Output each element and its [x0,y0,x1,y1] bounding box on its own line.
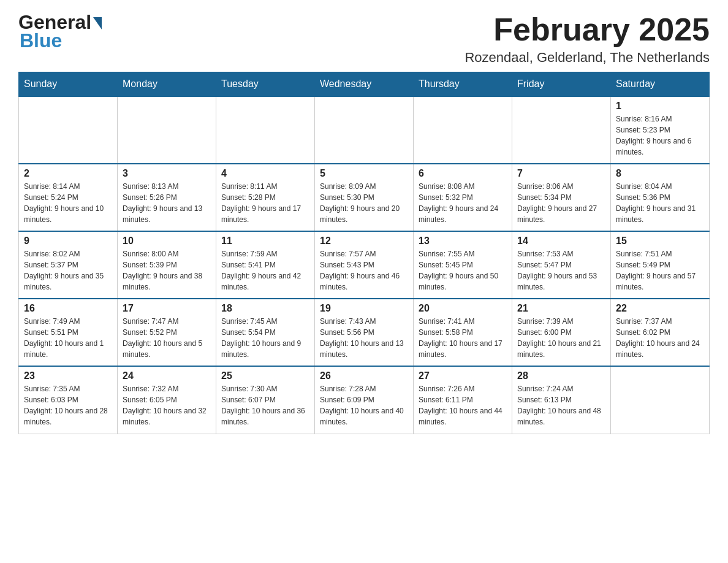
table-row: 25Sunrise: 7:30 AM Sunset: 6:07 PM Dayli… [216,366,315,434]
table-row: 16Sunrise: 7:49 AM Sunset: 5:51 PM Dayli… [19,299,118,366]
table-row: 14Sunrise: 7:53 AM Sunset: 5:47 PM Dayli… [512,231,611,299]
day-number: 22 [616,303,704,314]
day-number: 14 [517,236,605,247]
day-number: 18 [221,303,309,314]
table-row: 18Sunrise: 7:45 AM Sunset: 5:54 PM Dayli… [216,299,315,366]
table-row: 5Sunrise: 8:09 AM Sunset: 5:30 PM Daylig… [315,164,414,231]
table-row [414,96,512,164]
calendar-week-row: 16Sunrise: 7:49 AM Sunset: 5:51 PM Dayli… [19,299,710,366]
day-info: Sunrise: 7:43 AM Sunset: 5:56 PM Dayligh… [320,316,408,360]
table-row: 13Sunrise: 7:55 AM Sunset: 5:45 PM Dayli… [414,231,512,299]
table-row: 12Sunrise: 7:57 AM Sunset: 5:43 PM Dayli… [315,231,414,299]
table-row [19,96,118,164]
calendar-week-row: 9Sunrise: 8:02 AM Sunset: 5:37 PM Daylig… [19,231,710,299]
table-row: 3Sunrise: 8:13 AM Sunset: 5:26 PM Daylig… [118,164,216,231]
day-number: 26 [320,370,408,381]
day-number: 11 [221,236,309,247]
page-header: General Blue February 2025 Rozendaal, Ge… [18,12,710,66]
header-friday: Friday [512,72,611,97]
day-info: Sunrise: 8:11 AM Sunset: 5:28 PM Dayligh… [221,181,309,225]
table-row: 10Sunrise: 8:00 AM Sunset: 5:39 PM Dayli… [118,231,216,299]
header-thursday: Thursday [414,72,512,97]
day-info: Sunrise: 7:49 AM Sunset: 5:51 PM Dayligh… [24,316,112,360]
day-number: 12 [320,236,408,247]
day-number: 3 [123,168,211,179]
day-info: Sunrise: 8:16 AM Sunset: 5:23 PM Dayligh… [616,113,704,158]
table-row: 21Sunrise: 7:39 AM Sunset: 6:00 PM Dayli… [512,299,611,366]
day-info: Sunrise: 7:28 AM Sunset: 6:09 PM Dayligh… [320,383,408,427]
table-row: 2Sunrise: 8:14 AM Sunset: 5:24 PM Daylig… [19,164,118,231]
day-number: 5 [320,168,408,179]
month-title: February 2025 [464,12,710,47]
table-row: 19Sunrise: 7:43 AM Sunset: 5:56 PM Dayli… [315,299,414,366]
day-info: Sunrise: 7:37 AM Sunset: 6:02 PM Dayligh… [616,316,704,360]
day-number: 15 [616,236,704,247]
table-row: 15Sunrise: 7:51 AM Sunset: 5:49 PM Dayli… [611,231,710,299]
table-row: 6Sunrise: 8:08 AM Sunset: 5:32 PM Daylig… [414,164,512,231]
logo-blue-text: Blue [20,29,62,52]
day-number: 16 [24,303,112,314]
day-number: 9 [24,236,112,247]
day-number: 6 [419,168,507,179]
day-number: 13 [419,236,507,247]
day-number: 1 [616,101,704,112]
day-info: Sunrise: 7:26 AM Sunset: 6:11 PM Dayligh… [419,383,507,427]
calendar-week-row: 2Sunrise: 8:14 AM Sunset: 5:24 PM Daylig… [19,164,710,231]
header-wednesday: Wednesday [315,72,414,97]
table-row: 22Sunrise: 7:37 AM Sunset: 6:02 PM Dayli… [611,299,710,366]
day-info: Sunrise: 7:45 AM Sunset: 5:54 PM Dayligh… [221,316,309,360]
logo: General Blue [18,12,102,52]
day-info: Sunrise: 8:06 AM Sunset: 5:34 PM Dayligh… [517,181,605,225]
day-info: Sunrise: 7:53 AM Sunset: 5:47 PM Dayligh… [517,248,605,293]
day-info: Sunrise: 7:41 AM Sunset: 5:58 PM Dayligh… [419,316,507,360]
calendar-week-row: 1Sunrise: 8:16 AM Sunset: 5:23 PM Daylig… [19,96,710,164]
day-number: 10 [123,236,211,247]
day-number: 20 [419,303,507,314]
table-row [216,96,315,164]
day-info: Sunrise: 7:24 AM Sunset: 6:13 PM Dayligh… [517,383,605,427]
table-row: 27Sunrise: 7:26 AM Sunset: 6:11 PM Dayli… [414,366,512,434]
title-area: February 2025 Rozendaal, Gelderland, The… [464,12,710,66]
day-info: Sunrise: 7:47 AM Sunset: 5:52 PM Dayligh… [123,316,211,360]
table-row: 28Sunrise: 7:24 AM Sunset: 6:13 PM Dayli… [512,366,611,434]
header-saturday: Saturday [611,72,710,97]
day-number: 27 [419,370,507,381]
day-info: Sunrise: 7:59 AM Sunset: 5:41 PM Dayligh… [221,248,309,293]
day-info: Sunrise: 7:35 AM Sunset: 6:03 PM Dayligh… [24,383,112,427]
table-row: 11Sunrise: 7:59 AM Sunset: 5:41 PM Dayli… [216,231,315,299]
day-info: Sunrise: 7:57 AM Sunset: 5:43 PM Dayligh… [320,248,408,293]
table-row [512,96,611,164]
day-info: Sunrise: 8:14 AM Sunset: 5:24 PM Dayligh… [24,181,112,225]
day-info: Sunrise: 7:55 AM Sunset: 5:45 PM Dayligh… [419,248,507,293]
table-row [315,96,414,164]
location-subtitle: Rozendaal, Gelderland, The Netherlands [464,50,710,66]
day-info: Sunrise: 7:30 AM Sunset: 6:07 PM Dayligh… [221,383,309,427]
day-number: 25 [221,370,309,381]
day-info: Sunrise: 8:13 AM Sunset: 5:26 PM Dayligh… [123,181,211,225]
header-tuesday: Tuesday [216,72,315,97]
day-number: 2 [24,168,112,179]
day-number: 17 [123,303,211,314]
calendar-week-row: 23Sunrise: 7:35 AM Sunset: 6:03 PM Dayli… [19,366,710,434]
table-row [611,366,710,434]
logo-arrow-icon [93,17,102,29]
day-number: 19 [320,303,408,314]
day-info: Sunrise: 8:02 AM Sunset: 5:37 PM Dayligh… [24,248,112,293]
calendar-table: Sunday Monday Tuesday Wednesday Thursday… [18,72,710,434]
header-monday: Monday [118,72,216,97]
day-info: Sunrise: 7:32 AM Sunset: 6:05 PM Dayligh… [123,383,211,427]
table-row: 20Sunrise: 7:41 AM Sunset: 5:58 PM Dayli… [414,299,512,366]
day-number: 23 [24,370,112,381]
table-row: 7Sunrise: 8:06 AM Sunset: 5:34 PM Daylig… [512,164,611,231]
day-number: 8 [616,168,704,179]
day-number: 7 [517,168,605,179]
header-sunday: Sunday [19,72,118,97]
day-number: 24 [123,370,211,381]
day-info: Sunrise: 7:51 AM Sunset: 5:49 PM Dayligh… [616,248,704,293]
day-number: 28 [517,370,605,381]
table-row: 4Sunrise: 8:11 AM Sunset: 5:28 PM Daylig… [216,164,315,231]
table-row: 24Sunrise: 7:32 AM Sunset: 6:05 PM Dayli… [118,366,216,434]
table-row [118,96,216,164]
day-number: 4 [221,168,309,179]
calendar-header-row: Sunday Monday Tuesday Wednesday Thursday… [19,72,710,97]
